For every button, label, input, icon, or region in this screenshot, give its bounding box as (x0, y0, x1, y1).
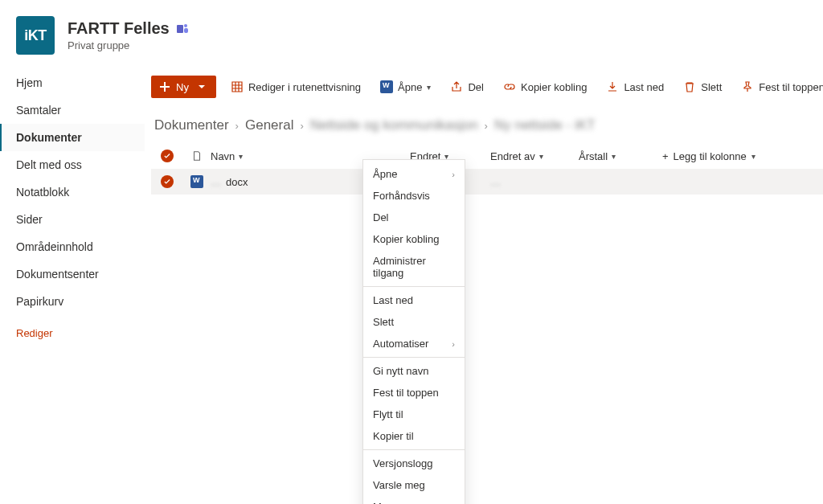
nav-notatblokk[interactable]: Notatblokk (0, 178, 145, 206)
ctx-rename[interactable]: Gi nytt navn (363, 360, 465, 382)
download-icon (606, 80, 619, 93)
nav-sider[interactable]: Sider (0, 206, 145, 233)
pin-label: Fest til toppen (759, 81, 823, 93)
edit-grid-label: Rediger i rutenettvisning (248, 81, 361, 93)
nav-dokumentsenter[interactable]: Dokumentsenter (0, 260, 145, 288)
select-all-checkbox[interactable] (161, 150, 174, 162)
chevron-right-icon: › (300, 120, 303, 132)
modified-by-value: … (490, 176, 501, 188)
svg-rect-0 (177, 25, 183, 33)
left-nav: Hjem Samtaler Dokumenter Delt med oss No… (0, 66, 145, 504)
ctx-manage-access[interactable]: Administrer tilgang (363, 250, 465, 284)
context-menu: Åpne› Forhåndsvis Del Kopier kobling Adm… (362, 159, 465, 504)
check-icon (163, 178, 171, 186)
chevron-down-icon: ▾ (612, 152, 616, 161)
crumb-1[interactable]: General (245, 117, 293, 133)
svg-point-1 (184, 24, 187, 27)
trash-icon (683, 80, 696, 93)
ctx-automate[interactable]: Automatiser› (363, 333, 465, 354)
ctx-separator (363, 286, 465, 287)
command-bar: Ny Rediger i rutenettvisning Åpne ▾ Del (151, 72, 823, 106)
ctx-alert[interactable]: Varsle meg (363, 474, 465, 496)
site-info: FARTT Felles Privat gruppe (68, 19, 189, 51)
site-subtitle: Privat gruppe (68, 39, 189, 51)
nav-papirkurv[interactable]: Papirkurv (0, 288, 145, 315)
breadcrumb: Dokumenter › General › Nettside og kommu… (151, 106, 823, 143)
word-icon (380, 80, 393, 93)
add-column-button[interactable]: + Legg til kolonne ▾ (662, 150, 755, 162)
chevron-down-icon: ▾ (239, 152, 243, 161)
share-icon (450, 80, 463, 93)
ctx-download[interactable]: Last ned (363, 289, 465, 311)
file-type-header-icon[interactable] (191, 150, 203, 162)
svg-rect-2 (184, 28, 188, 33)
pin-icon (741, 80, 754, 93)
chevron-right-icon: › (485, 120, 488, 132)
file-name[interactable]: … (211, 176, 221, 188)
ctx-copy-to[interactable]: Kopier til (363, 425, 465, 447)
chevron-down-icon: ▾ (751, 152, 755, 161)
chevron-right-icon: › (235, 120, 239, 132)
site-title: FARTT Felles (68, 19, 170, 38)
crumb-0[interactable]: Dokumenter (154, 117, 229, 133)
nav-omradeinnhold[interactable]: Områdeinnhold (0, 233, 145, 260)
plus-icon: + (662, 150, 669, 162)
col-navn[interactable]: Navn ▾ (211, 150, 368, 162)
chevron-right-icon: › (452, 339, 455, 349)
col-arstall[interactable]: Årstall ▾ (579, 150, 662, 162)
nav-hjem[interactable]: Hjem (0, 69, 145, 96)
col-navn-label: Navn (211, 150, 235, 162)
main-area: Ny Rediger i rutenettvisning Åpne ▾ Del (145, 66, 823, 504)
col-endret-av-label: Endret av (490, 150, 535, 162)
check-icon (163, 152, 171, 160)
edit-grid-button[interactable]: Rediger i rutenettvisning (223, 76, 369, 97)
ctx-open[interactable]: Åpne› (363, 163, 465, 185)
ctx-separator (363, 449, 465, 450)
link-icon (503, 80, 516, 93)
chevron-right-icon: › (452, 170, 455, 179)
pin-button[interactable]: Fest til toppen (733, 76, 823, 97)
ctx-share[interactable]: Del (363, 207, 465, 228)
file-ext: docx (226, 176, 248, 188)
ctx-move-to[interactable]: Flytt til (363, 404, 465, 425)
ctx-pin[interactable]: Fest til toppen (363, 382, 465, 404)
nav-rediger[interactable]: Rediger (0, 320, 145, 346)
nav-samtaler[interactable]: Samtaler (0, 96, 145, 124)
chevron-down-icon: ▾ (427, 83, 431, 92)
ctx-copy-link[interactable]: Kopier kobling (363, 228, 465, 250)
ctx-version[interactable]: Versjonslogg (363, 453, 465, 474)
share-button[interactable]: Del (442, 76, 492, 97)
add-column-label: Legg til kolonne (674, 150, 747, 162)
crumb-2[interactable]: Nettside og kommunikasjon (310, 117, 478, 133)
download-label: Last ned (624, 81, 664, 93)
copy-link-label: Kopier kobling (521, 81, 587, 93)
new-label: Ny (176, 81, 189, 93)
open-label: Åpne (398, 81, 422, 93)
crumb-3[interactable]: Ny nettside - iKT (494, 117, 596, 133)
delete-label: Slett (701, 81, 722, 93)
list-header: Navn ▾ Endret ▾ Endret av ▾ Årstall ▾ + … (151, 143, 823, 169)
share-label: Del (468, 81, 484, 93)
copy-link-button[interactable]: Kopier kobling (495, 76, 595, 97)
ctx-delete[interactable]: Slett (363, 311, 465, 333)
chevron-down-icon: ▾ (539, 152, 543, 161)
word-file-icon (190, 175, 203, 188)
teams-icon[interactable] (176, 23, 189, 35)
nav-dokumenter[interactable]: Dokumenter (0, 124, 145, 151)
delete-button[interactable]: Slett (675, 76, 730, 97)
open-button[interactable]: Åpne ▾ (372, 76, 439, 97)
site-header: iKT FARTT Felles Privat gruppe (0, 0, 823, 66)
new-button[interactable]: Ny (151, 76, 216, 98)
ctx-more[interactable]: Mer› (363, 496, 465, 504)
ctx-preview[interactable]: Forhåndsvis (363, 185, 465, 207)
row-checkbox[interactable] (161, 175, 174, 188)
ctx-separator (363, 357, 465, 358)
chevron-down-icon (195, 80, 208, 93)
download-button[interactable]: Last ned (598, 76, 672, 97)
site-logo: iKT (16, 16, 55, 55)
plus-icon (158, 80, 171, 93)
col-arstall-label: Årstall (579, 150, 608, 162)
nav-delt-med-oss[interactable]: Delt med oss (0, 151, 145, 178)
col-endret-av[interactable]: Endret av ▾ (490, 150, 579, 162)
table-row[interactable]: … docx … (151, 169, 823, 195)
